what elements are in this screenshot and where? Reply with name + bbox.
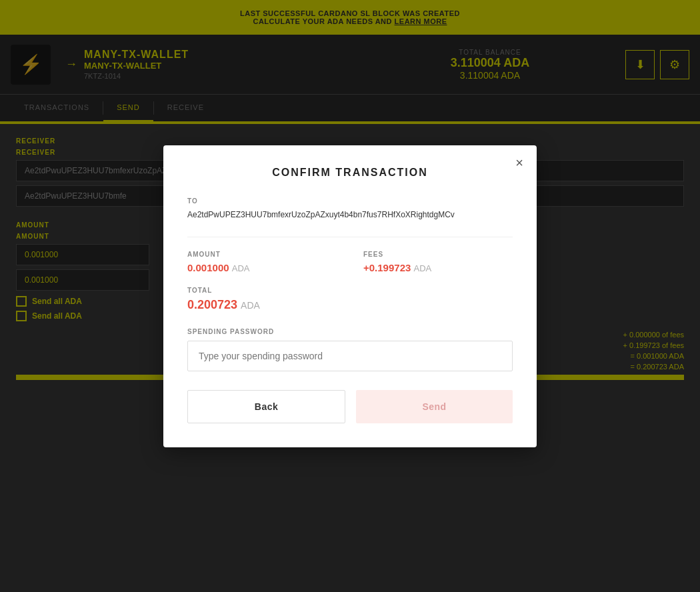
modal-fees-value: +0.199723 ADA — [363, 262, 513, 273]
modal-amount-value: 0.001000 ADA — [187, 262, 337, 273]
modal-total-label: TOTAL — [187, 287, 513, 294]
modal-amount-fees-row: AMOUNT 0.001000 ADA FEES +0.199723 ADA — [187, 251, 513, 273]
modal-password-label: SPENDING PASSWORD — [187, 328, 513, 335]
modal-total-unit: ADA — [241, 300, 260, 311]
modal-divider-1 — [187, 237, 513, 237]
back-button[interactable]: Back — [187, 390, 345, 423]
modal-title: CONFIRM TRANSACTION — [187, 167, 513, 179]
modal-close-button[interactable]: × — [515, 156, 523, 169]
modal-address: Ae2tdPwUPEZ3HUU7bmfexrUzoZpAZxuyt4b4bn7f… — [187, 209, 513, 221]
modal-amount-unit: ADA — [232, 263, 250, 273]
modal-fees-unit: ADA — [414, 263, 432, 273]
modal-to-label: TO — [187, 197, 513, 205]
modal-fees-field: FEES +0.199723 ADA — [363, 251, 513, 273]
send-button[interactable]: Send — [356, 390, 513, 423]
modal-overlay: CONFIRM TRANSACTION × TO Ae2tdPwUPEZ3HUU… — [0, 0, 700, 592]
modal-total-value: 0.200723 ADA — [187, 298, 513, 312]
modal-amount-field: AMOUNT 0.001000 ADA — [187, 251, 337, 273]
spending-password-input[interactable] — [187, 341, 513, 371]
confirm-transaction-modal: CONFIRM TRANSACTION × TO Ae2tdPwUPEZ3HUU… — [163, 145, 537, 447]
modal-amount-label: AMOUNT — [187, 251, 337, 258]
modal-buttons: Back Send — [187, 390, 513, 423]
modal-fees-label: FEES — [363, 251, 513, 258]
